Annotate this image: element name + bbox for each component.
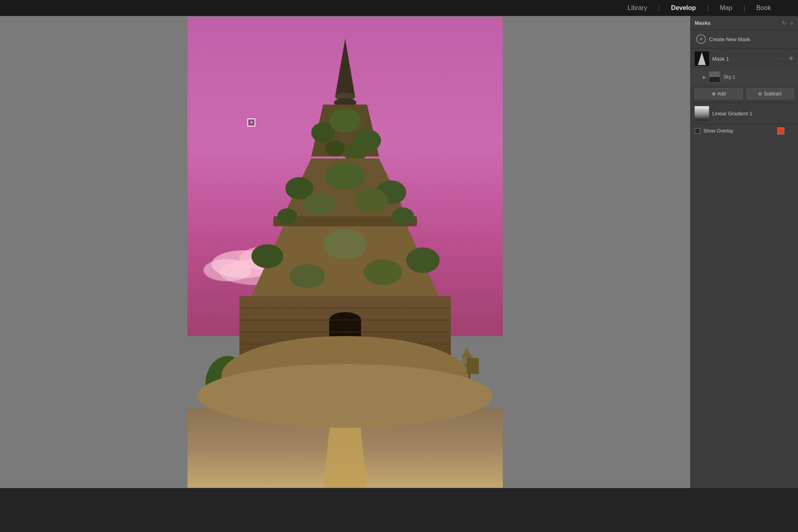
show-overlay-label: Show Overlay (703, 128, 774, 134)
nav-map[interactable]: Map (717, 3, 735, 13)
plus-icon: + (696, 34, 706, 44)
mask1-options-button[interactable]: ··· (779, 56, 785, 61)
image-area: ⊞ (0, 16, 690, 488)
masks-reset-button[interactable]: ↻ (781, 19, 787, 27)
add-button-label: Add (717, 91, 726, 97)
subtract-button[interactable]: ⊖ Subtract (746, 88, 794, 99)
add-icon: ⊕ (712, 91, 716, 97)
filmstrip (0, 488, 798, 532)
svg-rect-55 (695, 106, 709, 121)
svg-point-28 (303, 193, 335, 216)
svg-rect-54 (709, 72, 720, 77)
overlay-options-button[interactable]: ··· (788, 128, 794, 134)
main-photo (188, 17, 503, 488)
linear-gradient-row[interactable]: Linear Gradient 1 (691, 103, 798, 124)
mask1-visibility-button[interactable]: 👁 (788, 55, 794, 62)
sky1-thumbnail (709, 71, 720, 83)
svg-point-35 (406, 247, 440, 273)
svg-rect-49 (467, 358, 479, 374)
nav-sep-1: | (658, 4, 660, 12)
svg-point-22 (325, 140, 345, 156)
svg-point-27 (325, 162, 365, 190)
mask1-thumbnail (695, 51, 709, 66)
subtract-icon: ⊖ (758, 91, 762, 97)
sky1-name: Sky 1 (723, 74, 794, 80)
svg-point-38 (364, 259, 402, 285)
subtract-button-label: Subtract (764, 91, 782, 97)
svg-point-32 (392, 208, 414, 225)
nav-sep-3: | (743, 4, 745, 12)
svg-point-37 (289, 264, 325, 288)
add-subtract-row: ⊕ Add ⊖ Subtract (691, 85, 798, 103)
linear-gradient-name: Linear Gradient 1 (712, 111, 794, 117)
create-new-mask-button[interactable]: + Create New Mask (691, 30, 798, 48)
expand-icon: ▶ (703, 75, 706, 80)
create-mask-label: Create New Mask (709, 36, 750, 42)
svg-point-36 (323, 229, 367, 259)
sky1-row[interactable]: ▶ Sky 1 (691, 69, 798, 85)
svg-point-34 (251, 244, 283, 268)
masks-panel-header: Masks ↻ » (691, 16, 798, 30)
svg-point-29 (354, 188, 388, 212)
main-content: ⊞ Masks ↻ » + Create New Mask Mask (0, 16, 798, 488)
nav-develop[interactable]: Develop (668, 3, 699, 13)
show-overlay-row: Show Overlay ··· (691, 124, 798, 138)
svg-point-21 (329, 109, 361, 133)
mask1-row[interactable]: Mask 1 ··· 👁 (691, 48, 798, 69)
show-overlay-checkbox[interactable] (695, 128, 700, 134)
mask1-name: Mask 1 (712, 56, 776, 62)
overlay-color-swatch[interactable] (777, 127, 784, 134)
svg-marker-50 (461, 348, 473, 358)
nav-sep-2: | (707, 4, 709, 12)
cursor-icon: ⊞ (247, 119, 255, 127)
svg-point-31 (277, 208, 297, 224)
masks-collapse-button[interactable]: » (790, 19, 794, 27)
header-icons: ↻ » (781, 19, 794, 27)
masks-panel-title: Masks (695, 20, 781, 26)
nav-book[interactable]: Book (753, 3, 774, 13)
svg-point-48 (198, 364, 493, 428)
nav-library[interactable]: Library (624, 3, 650, 13)
top-navigation: Library | Develop | Map | Book (0, 0, 798, 16)
add-button[interactable]: ⊕ Add (695, 88, 743, 99)
masks-panel: Masks ↻ » + Create New Mask Mask 1 ··· 👁 (690, 16, 798, 488)
linear-gradient-thumbnail (695, 106, 709, 121)
